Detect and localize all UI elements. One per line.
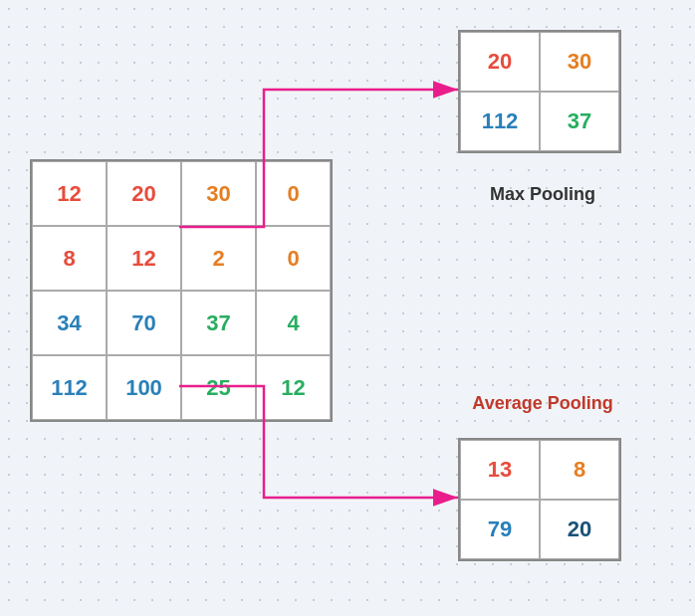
main-grid-cell-5: 12 xyxy=(107,226,181,291)
main-grid-cell-4: 8 xyxy=(32,226,107,291)
avg-grid-cell-1: 8 xyxy=(540,440,619,500)
main-grid-cell-11: 4 xyxy=(256,291,331,355)
max-pooling-label: Max Pooling xyxy=(448,184,637,205)
avg-pooling-label: Average Pooling xyxy=(438,393,647,414)
main-grid-cell-8: 34 xyxy=(32,291,107,355)
main-grid-cell-6: 2 xyxy=(181,226,256,291)
main-grid-cell-14: 25 xyxy=(181,355,256,420)
avg-grid-cell-0: 13 xyxy=(460,440,540,500)
max-grid-cell-3: 37 xyxy=(540,92,619,151)
avg-grid-cell-3: 20 xyxy=(540,500,619,559)
main-grid-cell-15: 12 xyxy=(256,355,331,420)
main-grid-cell-10: 37 xyxy=(181,291,256,355)
max-grid-cell-0: 20 xyxy=(460,32,540,92)
main-grid-cell-9: 70 xyxy=(107,291,181,355)
main-grid-cell-3: 0 xyxy=(256,161,331,226)
main-grid-cell-13: 100 xyxy=(107,355,181,420)
avg-pooling-grid: 1387920 xyxy=(458,438,621,561)
max-pooling-grid: 203011237 xyxy=(458,30,621,153)
max-grid-cell-2: 112 xyxy=(460,92,540,151)
avg-grid-cell-2: 79 xyxy=(460,500,540,559)
main-grid: 12203008122034703741121002512 xyxy=(30,159,333,422)
main-grid-cell-0: 12 xyxy=(32,161,107,226)
main-grid-cell-12: 112 xyxy=(32,355,107,420)
main-grid-cell-1: 20 xyxy=(107,161,181,226)
main-grid-cell-7: 0 xyxy=(256,226,331,291)
max-grid-cell-1: 30 xyxy=(540,32,619,92)
main-grid-cell-2: 30 xyxy=(181,161,256,226)
